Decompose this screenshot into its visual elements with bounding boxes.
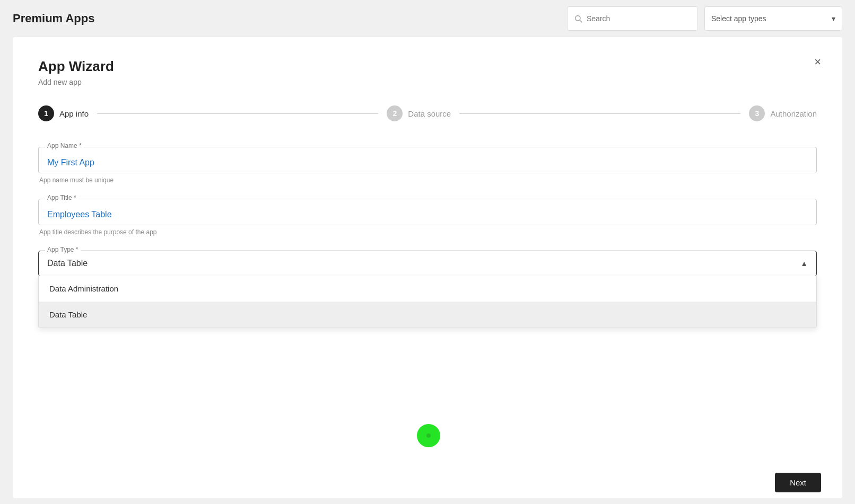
app-type-value: Data Table [47,259,88,268]
app-title-wrapper: App Title * [38,199,817,225]
chevron-up-icon: ▲ [800,259,808,268]
step-2: 2 Data source [387,105,451,121]
svg-point-0 [575,16,580,21]
app-name-input[interactable] [47,158,808,167]
app-type-wrapper[interactable]: App Type * Data Table ▲ Data Administrat… [38,251,817,276]
cursor-indicator [417,424,440,447]
wizard-header: App Wizard Add new app [38,58,817,86]
close-button[interactable]: × [814,56,821,68]
step-2-circle: 2 [387,105,403,121]
chevron-down-icon: ▾ [832,14,835,23]
step-3-circle: 3 [749,105,765,121]
app-type-dropdown: Data Administration Data Table [38,276,817,328]
app-title-input[interactable] [47,210,808,219]
wizard-panel: × App Wizard Add new app 1 App info 2 Da… [13,37,842,498]
search-icon [574,14,582,23]
app-type-label: App Type * [45,246,81,253]
step-3: 3 Authorization [749,105,817,121]
search-box[interactable] [567,6,698,31]
app-name-hint: App name must be unique [38,176,817,184]
select-app-types-label: Select app types [711,14,766,23]
dropdown-item-data-administration[interactable]: Data Administration [39,276,816,302]
stepper: 1 App info 2 Data source 3 Authorization [38,105,817,121]
app-name-label: App Name * [45,142,84,149]
step-1-label: App info [59,109,89,118]
step-2-label: Data source [408,109,451,118]
wizard-title: App Wizard [38,58,817,75]
step-3-label: Authorization [770,109,817,118]
app-title-group: App Title * App title describes the purp… [38,199,817,236]
page-title: Premium Apps [13,12,94,25]
step-1: 1 App info [38,105,89,121]
app-name-wrapper: App Name * [38,147,817,173]
app-name-group: App Name * App name must be unique [38,147,817,184]
step-1-circle: 1 [38,105,54,121]
next-button[interactable]: Next [775,473,821,492]
step-line-2 [459,113,740,114]
dropdown-item-data-table[interactable]: Data Table [39,302,816,328]
app-type-group: App Type * Data Table ▲ Data Administrat… [38,251,817,276]
step-line-1 [97,113,378,114]
top-bar: Premium Apps Select app types ▾ [0,0,855,37]
app-type-select-row[interactable]: Data Table ▲ [39,251,816,276]
svg-line-1 [580,20,581,22]
select-app-types-dropdown[interactable]: Select app types ▾ [704,6,842,31]
app-title-label: App Title * [45,194,78,201]
search-input[interactable] [587,14,691,23]
app-title-hint: App title describes the purpose of the a… [38,228,817,236]
top-bar-right: Select app types ▾ [567,6,842,31]
wizard-subtitle: Add new app [38,78,817,86]
bottom-bar: Next [775,466,821,498]
